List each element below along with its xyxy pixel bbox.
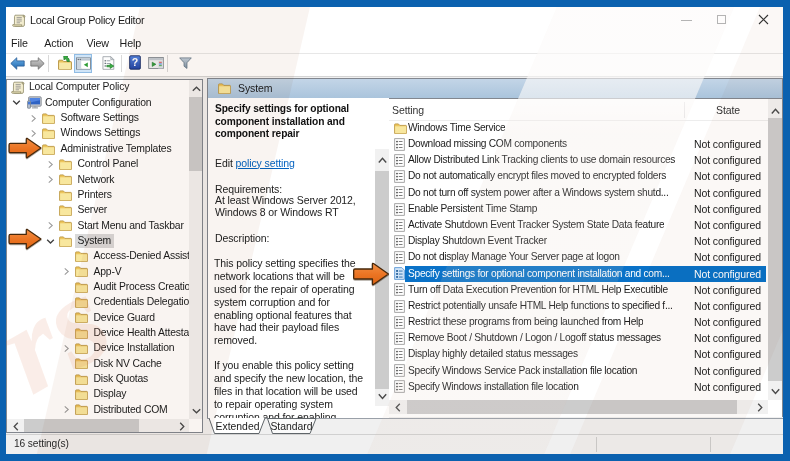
svg-text:Standard: Standard	[270, 420, 312, 431]
svg-text:Extended: Extended	[216, 420, 260, 431]
